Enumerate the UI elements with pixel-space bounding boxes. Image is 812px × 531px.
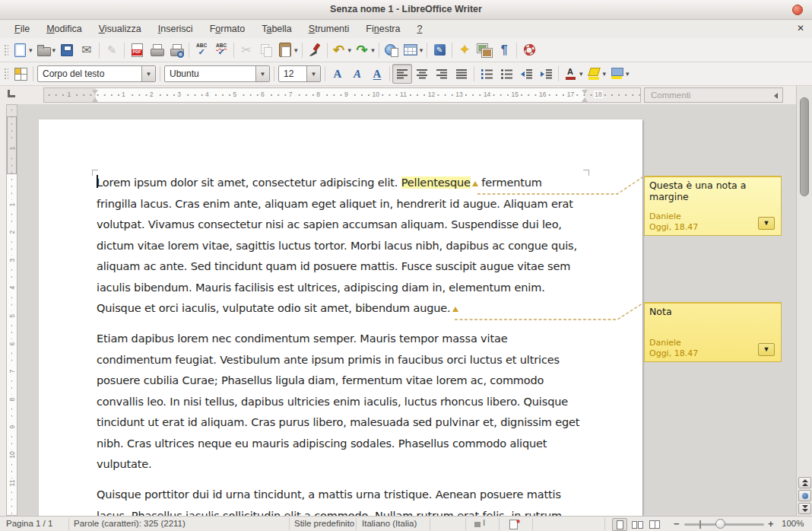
paragraph-background-button[interactable]: ▾ [607,64,631,84]
comment-text[interactable]: Questa è una nota a margine [645,177,781,205]
text-line[interactable]: nibh. Cras ultrices neque eu mauris adip… [97,434,591,455]
insert-table-button[interactable]: ▾ [401,40,425,60]
language-status[interactable]: Italiano (Italia) [362,519,417,528]
email-button[interactable]: ✉ [77,40,97,60]
vertical-ruler[interactable]: 11234567891011 [6,104,17,516]
text-line[interactable]: posuere cubilia Curae; Phasellus ligula … [97,370,591,392]
close-window-button[interactable] [792,5,803,15]
comment-note[interactable]: Nota Daniele Oggi, 18.47 ▼ [644,302,782,362]
vertical-scrollbar[interactable] [796,86,812,516]
toolbar-grip[interactable] [3,67,8,81]
font-name-dropdown[interactable]: ▼ [255,66,269,81]
underline-button[interactable]: A [367,64,387,84]
align-right-button[interactable] [432,64,452,84]
page-style-status[interactable]: Stile predefinito [294,519,354,528]
zoom-out-button[interactable]: − [674,518,680,529]
comments-header[interactable]: Commenti [644,87,783,103]
zoom-in-button[interactable]: + [768,518,774,529]
font-size-dropdown[interactable]: ▼ [306,66,320,81]
align-center-button[interactable] [412,64,432,84]
paste-dropdown[interactable]: ▾ [294,46,298,54]
help-button[interactable] [519,40,539,60]
new-document-dropdown[interactable]: ▾ [29,46,33,54]
text-line[interactable]: volutpat. Vivamus consectetur nisi ac sa… [97,215,591,236]
copy-button[interactable] [256,40,276,60]
comment-anchor-icon[interactable] [472,181,478,186]
menu-inserisci[interactable]: Inserisci [150,21,201,37]
text-line[interactable]: aliquam ac ante. Sed tincidunt quam id p… [97,256,591,278]
comment-menu-button[interactable]: ▼ [758,343,775,356]
menu-tabella[interactable]: Tabella [253,21,300,37]
text-line[interactable]: convallis leo. In nisi tellus, dapibus u… [97,392,591,413]
paragraph-style-combo[interactable]: Corpo del testo ▼ [37,65,156,82]
zoom-slider-handle[interactable] [715,519,725,529]
text-line[interactable]: fringilla lacus. Cras enim ante, aliquam… [97,194,591,215]
clone-formatting-button[interactable] [305,40,325,60]
navigate-by-button[interactable] [798,490,811,501]
text-line[interactable]: Etiam dapibus lorem nec condimentum semp… [97,329,591,350]
menu-help[interactable]: ? [408,21,430,37]
italic-button[interactable]: A [347,64,367,84]
increase-indent-button[interactable] [536,64,556,84]
menu-file[interactable]: File [6,21,38,37]
auto-spellcheck-button[interactable] [211,40,231,60]
unordered-list-button[interactable] [496,64,516,84]
word-count-status[interactable]: Parole (caratteri): 325 (2211) [74,519,186,528]
spelling-button[interactable] [192,40,211,60]
close-document-icon[interactable]: ✕ [797,23,804,33]
insert-table-dropdown[interactable]: ▾ [420,46,423,54]
right-indent-marker[interactable] [582,90,588,102]
horizontal-ruler[interactable]: 1123456789101112131415161718 [43,87,641,103]
bold-button[interactable]: A [328,64,347,84]
text-line[interactable]: Quisque et orci iaculis, vulputate odio … [97,298,591,320]
text-line[interactable]: tincidunt ut erat id aliquam. Cras purus… [97,412,591,434]
comment-menu-button[interactable]: ▼ [758,217,775,230]
paragraph-background-dropdown[interactable]: ▾ [626,70,630,78]
document-workspace[interactable]: Lorem ipsum dolor sit amet, consectetur … [17,104,796,516]
undo-button[interactable]: ↶▾ [330,40,354,60]
open-button[interactable]: ▾ [34,40,58,60]
new-document-button[interactable]: ▾ [11,40,34,60]
commented-text-highlight[interactable]: Pellentesque [401,176,471,189]
menu-finestra[interactable]: Finestra [357,21,408,37]
tab-stop-selector-icon[interactable] [8,90,15,97]
paste-button[interactable]: ▾ [276,40,300,60]
print-preview-button[interactable] [167,40,186,60]
font-size-combo[interactable]: 12 ▼ [278,65,321,82]
styles-button[interactable] [11,64,30,84]
hyperlink-button[interactable] [382,40,401,60]
font-color-dropdown[interactable]: ▾ [579,70,583,78]
formatting-marks-button[interactable]: ¶ [494,40,514,60]
text-line[interactable]: vulputate. [97,454,591,475]
redo-button[interactable]: ↷▾ [353,40,376,60]
font-name-combo[interactable]: Ubuntu ▼ [164,65,270,82]
text-line[interactable]: iaculis bibendum. Mauris facilisis est u… [97,278,591,299]
collapse-comments-icon[interactable] [774,93,778,99]
titlebar[interactable]: Senza nome 1 - LibreOffice Writer [0,0,812,20]
save-button[interactable] [57,40,77,60]
page-count-status[interactable]: Pagina 1 / 1 [6,519,52,528]
print-button[interactable] [147,40,167,60]
paragraph-style-dropdown[interactable]: ▼ [141,66,155,81]
menu-modifica[interactable]: Modifica [38,21,90,37]
text-line[interactable]: condimentum feugiat. Vestibulum ante ips… [97,350,591,371]
view-single-page-button[interactable] [612,518,627,531]
highlight-color-dropdown[interactable]: ▾ [603,70,607,78]
text-line[interactable]: dictum vitae lorem vitae, sagittis luctu… [97,236,591,257]
comment-text[interactable]: Nota [645,304,781,320]
decrease-indent-button[interactable] [516,64,536,84]
navigator-button[interactable]: ✦ [455,40,474,60]
menu-formato[interactable]: Formato [201,21,254,37]
text-line[interactable]: Lorem ipsum dolor sit amet, consectetur … [97,173,591,194]
document-page[interactable]: Lorem ipsum dolor sit amet, consectetur … [39,119,642,516]
open-dropdown[interactable]: ▾ [52,46,56,54]
text-line[interactable]: lacus. Phasellus iaculis sollicitudin el… [97,506,591,517]
menu-strumenti[interactable]: Strumenti [300,21,358,37]
paragraph[interactable]: Etiam dapibus lorem nec condimentum semp… [97,329,591,475]
justify-button[interactable] [452,64,471,84]
menu-visualizza[interactable]: Visualizza [90,21,150,37]
text-line[interactable]: Quisque porttitor dui id urna tincidunt,… [97,485,591,506]
align-left-button[interactable] [392,64,412,84]
selection-mode-icon[interactable] [474,521,487,528]
redo-dropdown[interactable]: ▾ [371,46,375,54]
